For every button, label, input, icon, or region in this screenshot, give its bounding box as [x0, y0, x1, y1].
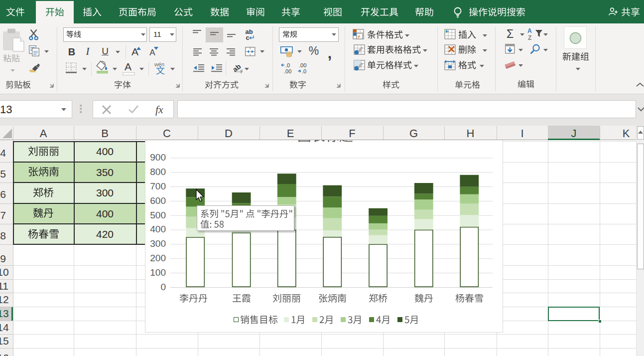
svg-text:.00: .00	[284, 68, 291, 74]
svg-text:.0: .0	[285, 62, 290, 68]
svg-text:Z: Z	[528, 34, 531, 41]
svg-text:.0: .0	[302, 68, 306, 74]
svg-text:≠: ≠	[358, 34, 361, 39]
svg-text:A: A	[527, 27, 532, 34]
svg-text:.00: .00	[299, 62, 306, 68]
